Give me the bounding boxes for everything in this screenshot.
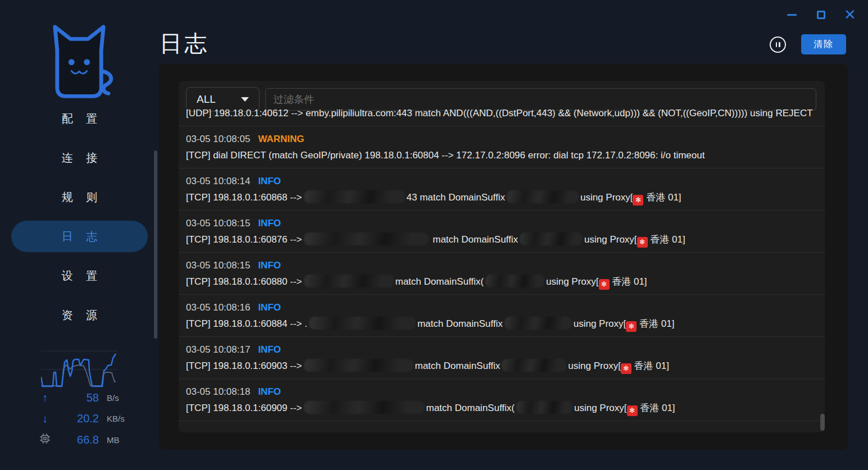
sidebar: 配 置连 接规 则日 志设 置资 源 ↑ 58 B/s ↓ 20.2 KB/s …: [0, 0, 159, 470]
log-message: [UDP] 198.18.0.1:40612 --> emby.pilipili…: [186, 105, 817, 121]
log-panel: ALL [UDP] 198.18.0.1:40612 --> emby.pili…: [159, 63, 848, 450]
log-message: [TCP] 198.18.0.1:60909 -->match DomainSu…: [186, 400, 817, 416]
log-level-badge: INFO: [258, 341, 281, 358]
log-level-badge: INFO: [258, 257, 281, 273]
redacted-text: [516, 401, 572, 414]
download-unit: KB/s: [106, 414, 137, 423]
redacted-text: [304, 275, 394, 288]
sidebar-item[interactable]: 配 置: [0, 99, 159, 138]
log-message: [TCP] 198.18.0.1:60880 -->match DomainSu…: [186, 273, 817, 290]
memory-chip-icon: [37, 433, 53, 447]
redacted-text: [304, 359, 413, 372]
hongkong-flag-icon: ✻: [637, 237, 648, 248]
log-level-badge: INFO: [258, 215, 281, 231]
traffic-sparkline: [41, 350, 118, 387]
sidebar-item[interactable]: 日 志: [11, 221, 148, 252]
window-controls: ✕: [785, 7, 857, 22]
log-message: [TCP] 198.18.0.1:60884 --> .match Domain…: [186, 316, 817, 332]
log-entry: 03-05 10:08:14INFO[TCP] 198.18.0.1:60868…: [179, 168, 825, 211]
redacted-text: [309, 317, 416, 330]
hongkong-flag-icon: ✻: [627, 405, 638, 416]
log-entry: 03-05 10:08:16INFO[TCP] 198.18.0.1:60884…: [179, 295, 825, 337]
redacted-text: [520, 232, 583, 245]
hongkong-flag-icon: ✻: [599, 279, 610, 290]
log-level-badge: INFO: [258, 384, 281, 400]
minimize-icon: [787, 14, 797, 16]
pause-icon: [776, 42, 778, 47]
log-timestamp: 03-05 10:08:14: [186, 173, 250, 189]
page-title: 日志: [160, 28, 209, 59]
close-button[interactable]: ✕: [843, 8, 857, 21]
clear-logs-button[interactable]: 清除: [801, 34, 846, 54]
log-timestamp: 03-05 10:08:15: [186, 257, 250, 273]
log-entry: [UDP] 198.18.0.1:40612 --> emby.pilipili…: [179, 105, 825, 126]
log-level-badge: INFO: [258, 299, 281, 316]
redacted-text: [304, 401, 425, 414]
memory-value: 66.8: [60, 434, 99, 446]
download-value: 20.2: [60, 412, 99, 425]
redacted-text: [507, 190, 579, 203]
log-scrollbar-thumb[interactable]: [820, 414, 825, 431]
redacted-text: [502, 359, 566, 372]
log-level-badge: INFO: [258, 173, 281, 189]
log-timestamp: 03-05 10:08:15: [186, 215, 250, 231]
redacted-text: [304, 232, 429, 245]
hongkong-flag-icon: ✻: [621, 363, 631, 374]
log-message: [TCP] 198.18.0.1:60868 -->43 match Domai…: [186, 189, 817, 206]
sidebar-nav: 配 置连 接规 则日 志设 置资 源: [0, 99, 159, 335]
traffic-stats: ↑ 58 B/s ↓ 20.2 KB/s 66.8 MB: [37, 391, 137, 447]
log-message: [TCP] 198.18.0.1:60876 --> match DomainS…: [186, 231, 817, 248]
log-entry: 03-05 10:08:18INFO[TCP] 198.18.0.1:60909…: [179, 379, 825, 421]
redacted-text: [304, 190, 405, 203]
sidebar-scrollbar[interactable]: [154, 150, 157, 339]
log-entry: 03-05 10:08:15INFO[TCP] 198.18.0.1:60880…: [179, 253, 825, 295]
log-list: [UDP] 198.18.0.1:40612 --> emby.pilipili…: [179, 105, 825, 421]
sidebar-item[interactable]: 资 源: [0, 295, 159, 335]
log-message: [TCP] 198.18.0.1:60903 -->match DomainSu…: [186, 358, 817, 374]
log-entry: 03-05 10:08:15INFO[TCP] 198.18.0.1:60876…: [179, 211, 825, 253]
upload-arrow-icon: ↑: [37, 391, 53, 404]
hongkong-flag-icon: ✻: [633, 195, 643, 206]
maximize-button[interactable]: [814, 8, 828, 21]
close-icon: ✕: [844, 8, 856, 21]
redacted-text: [505, 317, 572, 330]
sidebar-item[interactable]: 设 置: [0, 256, 159, 295]
log-entry: 03-05 10:08:17INFO[TCP] 198.18.0.1:60903…: [179, 337, 825, 379]
log-container: ALL [UDP] 198.18.0.1:40612 --> emby.pili…: [179, 81, 825, 432]
sidebar-item[interactable]: 规 则: [0, 177, 159, 217]
clash-cat-logo: [38, 22, 120, 108]
upload-value: 58: [60, 391, 99, 404]
hongkong-flag-icon: ✻: [626, 321, 637, 332]
redacted-text: [485, 275, 544, 288]
maximize-icon: [817, 11, 825, 19]
log-entry: 03-05 10:08:05WARNING[TCP] dial DIRECT (…: [179, 126, 825, 168]
log-timestamp: 03-05 10:08:18: [186, 384, 250, 400]
log-message: [TCP] dial DIRECT (match GeoIP/private) …: [186, 147, 817, 163]
log-timestamp: 03-05 10:08:16: [186, 299, 250, 316]
memory-unit: MB: [106, 435, 137, 445]
log-timestamp: 03-05 10:08:05: [186, 131, 250, 147]
minimize-button[interactable]: [785, 8, 798, 21]
log-timestamp: 03-05 10:08:17: [186, 341, 250, 358]
log-level-badge: WARNING: [258, 131, 304, 147]
download-arrow-icon: ↓: [37, 412, 53, 425]
log-level-selected: ALL: [197, 93, 241, 106]
sidebar-item[interactable]: 连 接: [0, 138, 159, 177]
chevron-down-icon: [241, 97, 249, 102]
upload-unit: B/s: [106, 393, 137, 403]
pause-button[interactable]: [770, 36, 786, 53]
